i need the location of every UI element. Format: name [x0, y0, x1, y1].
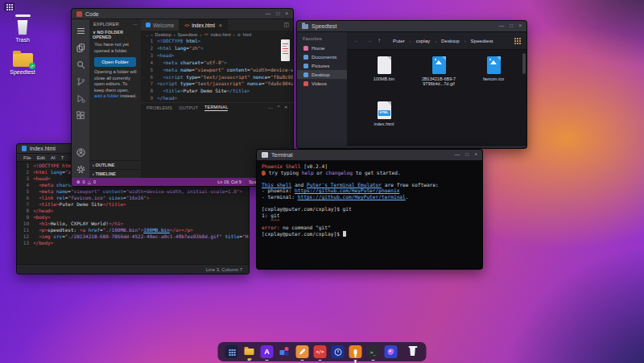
extensions-icon[interactable]: [72, 107, 89, 124]
sidebar-item-videos[interactable]: Videos: [297, 79, 347, 88]
account-icon[interactable]: [72, 144, 89, 161]
code-token: speedtest:: [47, 227, 80, 233]
close-icon[interactable]: ×: [518, 23, 522, 29]
paint-app-icon[interactable]: [385, 345, 398, 358]
code-token: >: [147, 195, 150, 200]
add-folder-link[interactable]: add a folder: [94, 93, 119, 98]
files-content[interactable]: 100MB.bin2B13421B-6B9-7 9796b4d...7d.gif…: [347, 50, 526, 145]
explorer-empty-text2: Opening a folder will close all currentl…: [89, 68, 141, 101]
sidebar-item-home[interactable]: Home: [297, 43, 347, 52]
breadcrumb-item[interactable]: Speedtest: [178, 32, 198, 37]
menu-item-t[interactable]: T: [61, 155, 64, 160]
trash-icon[interactable]: [407, 345, 419, 358]
terminal-titlebar[interactable]: ›_ Terminal — □ ×: [257, 150, 482, 161]
terminal-link[interactable]: https://github.com/HeyPuter/terminal: [298, 194, 406, 200]
close-icon[interactable]: ×: [474, 152, 477, 158]
vscode-code-area[interactable]: 1<!DOCTYPE html>2<html lang="zh">3<head>…: [141, 38, 293, 102]
problems-status[interactable]: ⊗0 △0: [76, 179, 96, 184]
menu-item-ai[interactable]: AI: [51, 155, 56, 160]
terminal-app-icon[interactable]: >_: [367, 345, 380, 358]
terminal-content[interactable]: Phoenix Shell [v0.2.4] try typing help o…: [257, 161, 482, 269]
explorer-icon[interactable]: [72, 39, 89, 56]
file-item[interactable]: favicon.ico: [469, 56, 518, 100]
sidebar-item-pictures[interactable]: Pictures: [297, 61, 347, 70]
code-text: <head>: [33, 175, 51, 182]
panel-tab-terminal[interactable]: TERMINAL: [204, 104, 228, 111]
minimize-icon[interactable]: —: [266, 11, 271, 17]
desktop-menu-icon[interactable]: [4, 2, 14, 11]
nav-up-icon[interactable]: ↑: [378, 38, 381, 44]
menu-item-file[interactable]: File: [23, 155, 31, 160]
explorer-section-header[interactable]: ∨ NO FOLDER OPENED: [89, 28, 141, 41]
breadcrumb-item[interactable]: html: [243, 32, 251, 37]
terminal-link[interactable]: https://github.com/HeyPuter/phoenix: [295, 188, 399, 193]
nav-forward-icon[interactable]: →: [365, 38, 372, 44]
scrollbar[interactable]: [522, 50, 526, 145]
panel-tab-output[interactable]: OUTPUT: [179, 105, 198, 111]
file-item[interactable]: 2B13421B-6B9-7 9796b4d...7d.gif: [415, 56, 463, 100]
close-icon[interactable]: ×: [285, 11, 288, 17]
settings-gear-icon[interactable]: [72, 161, 89, 178]
breadcrumb-item[interactable]: Desktop: [441, 38, 460, 43]
breadcrumb-item[interactable]: index.html: [211, 32, 231, 37]
menu-icon[interactable]: [72, 23, 89, 39]
breadcrumb-item[interactable]: cxplay: [416, 38, 431, 43]
scrollbar-thumb[interactable]: [522, 53, 526, 74]
terminal-link[interactable]: Puter's Terminal Emulator: [307, 182, 382, 188]
code-line: 5 <meta name="viewport" content="width=d…: [17, 188, 249, 195]
code-token: <img: [33, 233, 53, 239]
recorder-app-icon[interactable]: [349, 345, 362, 358]
clock-app-icon[interactable]: [332, 345, 345, 358]
files-titlebar[interactable]: Speedtest — □ ×: [297, 21, 526, 32]
code-token: content: [224, 67, 247, 72]
vscode-titlebar[interactable]: Code — □ ×: [72, 9, 293, 19]
maximize-icon[interactable]: □: [276, 11, 279, 17]
menu-item-edit[interactable]: Edit: [37, 155, 45, 160]
editor-app-icon[interactable]: [296, 345, 309, 358]
line-col-status[interactable]: Ln 19, Col 9: [217, 179, 242, 184]
source-control-icon[interactable]: [72, 73, 89, 90]
search-icon[interactable]: [72, 56, 89, 73]
more-actions-icon[interactable]: ⋯: [133, 22, 138, 27]
nav-back-icon[interactable]: ←: [353, 38, 360, 44]
tab-welcome[interactable]: Welcome: [141, 19, 180, 31]
desktop-icon-trash[interactable]: Trash: [0, 14, 45, 43]
vscode-breadcrumb[interactable]: ‥›Desktop›Speedtest›<>index.html›⊘html: [141, 31, 293, 38]
line-number: 2: [17, 169, 33, 175]
minimap[interactable]: [281, 39, 291, 97]
maximize-icon[interactable]: □: [510, 23, 513, 29]
split-editor-icon[interactable]: ◫: [283, 19, 293, 31]
panel-more-icon[interactable]: ⋯: [268, 105, 273, 110]
app-center-icon[interactable]: A: [261, 345, 274, 358]
outline-section[interactable]: › OUTLINE: [89, 160, 141, 169]
folder-icon: ↗: [13, 53, 33, 67]
app-launcher-icon[interactable]: [225, 345, 238, 358]
run-debug-icon[interactable]: [72, 90, 89, 107]
code-tag-icon: <>: [204, 32, 208, 36]
tab-index-html[interactable]: <>index.html×: [180, 19, 227, 31]
breadcrumb-item[interactable]: Speedtest: [471, 38, 493, 43]
sidebar-item-desktop[interactable]: Desktop: [297, 70, 347, 79]
breadcrumb-item[interactable]: Desktop: [155, 32, 171, 37]
desktop-icon-speedtest[interactable]: ↗ Speedtest: [0, 50, 45, 75]
file-item[interactable]: HTMLindex.html: [360, 101, 408, 145]
open-folder-button[interactable]: Open Folder: [94, 57, 136, 67]
tab-close-icon[interactable]: ×: [219, 23, 222, 28]
code-app-icon[interactable]: </>: [314, 345, 327, 358]
minimize-icon[interactable]: —: [455, 152, 460, 158]
panel-tab-problems[interactable]: PROBLEMS: [147, 105, 172, 111]
panel-collapse-icon[interactable]: ^: [278, 105, 280, 110]
timeline-section[interactable]: › TIMELINE: [89, 169, 141, 178]
files-app-icon[interactable]: [243, 345, 256, 358]
maximize-icon[interactable]: □: [465, 152, 469, 158]
code-line: 7<script type="text/javascript" nonce="f…: [141, 80, 293, 88]
dev-center-icon[interactable]: [279, 345, 291, 358]
file-item[interactable]: 100MB.bin: [360, 56, 408, 100]
view-grid-icon[interactable]: [514, 38, 520, 44]
minimize-icon[interactable]: —: [499, 23, 505, 29]
terminal-link[interactable]: This shell: [262, 182, 291, 188]
breadcrumb-item[interactable]: Puter: [393, 38, 405, 43]
panel-close-icon[interactable]: ×: [284, 105, 287, 110]
sidebar-item-documents[interactable]: Documents: [297, 52, 347, 61]
files-breadcrumb[interactable]: Puter›cxplay›Desktop›Speedtest: [393, 38, 493, 43]
